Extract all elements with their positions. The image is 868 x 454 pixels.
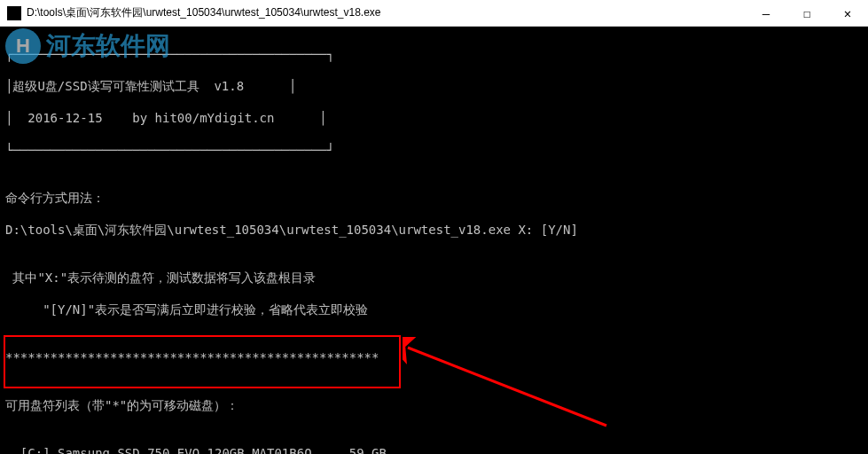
separator: ****************************************… [5, 349, 863, 365]
close-button[interactable]: ✕ [827, 0, 868, 26]
window-icon [7, 6, 21, 20]
maximize-button[interactable]: ☐ [786, 0, 827, 26]
drive-list-label: 可用盘符列表（带"*"的为可移动磁盘）： [5, 397, 863, 413]
app-author: │ 2016-12-15 by hit00/mYdigit.cn │ [5, 110, 863, 126]
window-controls: — ☐ ✕ [746, 0, 868, 26]
window-titlebar: D:\tools\桌面\河东软件园\urwtest_105034\urwtest… [0, 0, 868, 27]
box-bottom: └───────────────────────────────────────… [5, 142, 863, 158]
usage-note1: 其中"X:"表示待测的盘符，测试数据将写入该盘根目录 [5, 270, 863, 286]
usage-cmd: D:\tools\桌面\河东软件园\urwtest_105034\urwtest… [5, 222, 863, 238]
minimize-button[interactable]: — [746, 0, 786, 26]
terminal-output[interactable]: ┌───────────────────────────────────────… [0, 27, 868, 454]
window-title: D:\tools\桌面\河东软件园\urwtest_105034\urwtest… [27, 5, 746, 20]
box-top: ┌───────────────────────────────────────… [5, 46, 863, 62]
app-title: │超级U盘/SSD读写可靠性测试工具 v1.8 │ [5, 78, 863, 94]
usage-note2: "[Y/N]"表示是否写满后立即进行校验，省略代表立即校验 [5, 301, 863, 317]
drive-c: [C:] Samsung SSD 750 EVO 120GB MAT01B6Q … [5, 445, 863, 454]
usage-label: 命令行方式用法： [5, 190, 863, 206]
